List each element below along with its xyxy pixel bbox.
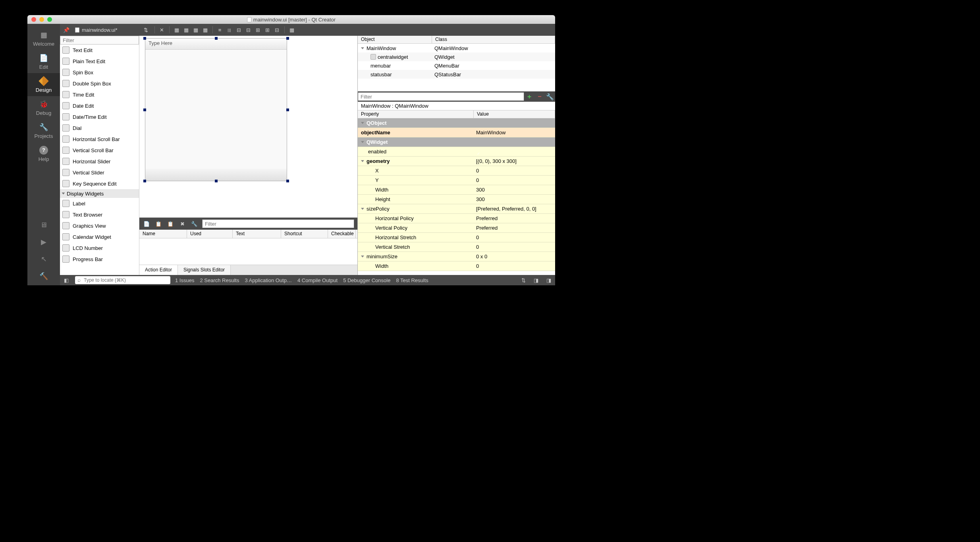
resize-handle[interactable] — [143, 180, 146, 182]
mode-help[interactable]: ?Help — [27, 142, 60, 165]
form-central-widget[interactable] — [145, 50, 287, 169]
layout-form-icon[interactable]: ⊞ — [264, 26, 272, 34]
tab-signals-slots-editor[interactable]: Signals Slots Editor — [178, 265, 231, 275]
resize-handle[interactable] — [215, 180, 218, 182]
property-row[interactable]: QObject — [358, 118, 555, 128]
property-value[interactable]: 0 — [474, 263, 555, 269]
widget-item[interactable]: Key Sequence Edit — [60, 178, 139, 189]
kit-monitor[interactable]: 🖥 — [27, 217, 60, 234]
action-col[interactable]: Name — [139, 230, 187, 238]
property-filter-input[interactable] — [358, 92, 524, 101]
widget-item[interactable]: Progress Bar — [60, 254, 139, 265]
resize-handle[interactable] — [286, 37, 289, 40]
kit-cursor[interactable]: ↖ — [27, 251, 60, 268]
layout-grid-icon[interactable]: ⊞ — [254, 26, 262, 34]
property-value[interactable]: 0 x 0 — [474, 254, 555, 259]
chevron-updown-icon[interactable]: ⇅ — [519, 276, 527, 284]
property-value[interactable]: Preferred — [474, 215, 555, 221]
property-value[interactable]: [(0, 0), 300 x 300] — [474, 158, 555, 164]
output-tab[interactable]: 2 Search Results — [200, 277, 239, 283]
object-row[interactable]: menubarQMenuBar — [358, 61, 555, 70]
property-editor[interactable]: QObjectobjectNameMainWindowQWidgetenable… — [358, 118, 555, 275]
property-row[interactable]: X0 — [358, 166, 555, 176]
property-row[interactable]: objectNameMainWindow — [358, 128, 555, 137]
layout-h-icon[interactable]: ≡ — [216, 26, 224, 34]
col-class[interactable]: Class — [432, 36, 555, 43]
object-row[interactable]: statusbarQStatusBar — [358, 70, 555, 79]
object-row[interactable]: MainWindowQMainWindow — [358, 44, 555, 52]
col-object[interactable]: Object — [358, 36, 432, 43]
toggle-left-icon[interactable]: ◧ — [62, 276, 70, 284]
widget-item[interactable]: Graphics View — [60, 220, 139, 231]
widget-item[interactable]: Plain Text Edit — [60, 56, 139, 67]
property-row[interactable]: minimumSize0 x 0 — [358, 252, 555, 261]
delete-action-icon[interactable]: ✖ — [178, 220, 186, 228]
output-tab[interactable]: 5 Debugger Console — [343, 277, 390, 283]
property-value[interactable]: Preferred — [474, 225, 555, 231]
widget-item[interactable]: Vertical Scroll Bar — [60, 145, 139, 156]
layout-hs-icon[interactable]: ⊟ — [235, 26, 243, 34]
mode-projects[interactable]: 🔧Projects — [27, 119, 60, 142]
form-menubar[interactable]: Type Here — [145, 39, 287, 50]
widget-item[interactable]: Date Edit — [60, 100, 139, 111]
widget-item[interactable]: Calendar Widget — [60, 231, 139, 242]
output-tab[interactable]: 8 Test Results — [396, 277, 428, 283]
form-statusbar[interactable] — [145, 169, 287, 181]
property-row[interactable]: sizePolicy[Preferred, Preferred, 0, 0] — [358, 204, 555, 214]
pin-icon[interactable]: 📌 — [62, 26, 70, 34]
property-value[interactable]: 0 — [474, 177, 555, 183]
widget-filter-input[interactable] — [60, 36, 139, 45]
layout-vs-icon[interactable]: ⊟ — [245, 26, 253, 34]
break-layout-icon[interactable]: ⊟ — [273, 26, 281, 34]
property-value[interactable]: 0 — [474, 244, 555, 250]
remove-property-icon[interactable]: − — [534, 91, 545, 102]
widget-item[interactable]: LCD Number — [60, 242, 139, 254]
config-property-icon[interactable]: 🔧 — [545, 91, 555, 102]
widget-item[interactable]: Time Edit — [60, 89, 139, 100]
edit-buddies-icon[interactable]: ▦ — [192, 26, 200, 34]
toggle-bottom-icon[interactable]: ◨ — [545, 276, 553, 284]
widget-item[interactable]: Label — [60, 198, 139, 209]
property-value[interactable]: 300 — [474, 196, 555, 202]
widget-item[interactable]: Double Spin Box — [60, 78, 139, 89]
output-tab[interactable]: 3 Application Outp… — [245, 277, 292, 283]
action-table-body[interactable] — [139, 238, 357, 265]
edit-signals-icon[interactable]: ▦ — [182, 26, 190, 34]
open-file-selector[interactable]: mainwindow.ui* ⇅ — [72, 27, 151, 33]
property-row[interactable]: Width300 — [358, 185, 555, 195]
adjust-size-icon[interactable]: ▦ — [288, 26, 296, 34]
property-row[interactable]: Horizontal Stretch0 — [358, 233, 555, 242]
tab-action-editor[interactable]: Action Editor — [139, 265, 178, 275]
widget-item[interactable]: Text Edit — [60, 45, 139, 56]
layout-v-icon[interactable]: ⫼ — [226, 26, 233, 34]
property-row[interactable]: Height300 — [358, 195, 555, 204]
kit-hammer[interactable]: 🔨 — [27, 268, 60, 285]
add-property-icon[interactable]: ＋ — [524, 91, 534, 102]
object-inspector[interactable]: MainWindowQMainWindowcentralwidgetQWidge… — [358, 44, 555, 91]
edit-widgets-icon[interactable]: ▦ — [173, 26, 181, 34]
locator-input[interactable] — [75, 276, 170, 284]
resize-handle[interactable] — [286, 180, 289, 182]
new-action-icon[interactable]: 📄 — [143, 220, 150, 228]
property-value[interactable]: 0 — [474, 168, 555, 174]
mode-design[interactable]: Design — [27, 73, 60, 96]
main-window-form[interactable]: Type Here — [145, 38, 287, 181]
minimize-icon[interactable] — [39, 17, 44, 22]
mode-edit[interactable]: 📄Edit — [27, 50, 60, 73]
widget-item[interactable]: Horizontal Slider — [60, 156, 139, 167]
mode-welcome[interactable]: ▦Welcome — [27, 27, 60, 50]
action-filter-input[interactable] — [202, 219, 354, 228]
widget-item[interactable]: Dial — [60, 122, 139, 134]
property-row[interactable]: enabled — [358, 147, 555, 157]
kit-play[interactable]: ▶ — [27, 234, 60, 251]
resize-handle[interactable] — [143, 37, 146, 40]
close-icon[interactable] — [31, 17, 36, 22]
widget-item[interactable]: Horizontal Scroll Bar — [60, 134, 139, 145]
widget-item[interactable]: Text Browser — [60, 209, 139, 220]
resize-handle[interactable] — [215, 37, 218, 40]
output-tab[interactable]: 4 Compile Output — [297, 277, 338, 283]
config-action-icon[interactable]: 🔧 — [190, 220, 198, 228]
property-row[interactable]: Horizontal PolicyPreferred — [358, 214, 555, 223]
col-property[interactable]: Property — [358, 110, 474, 118]
property-row[interactable]: Vertical Stretch0 — [358, 242, 555, 252]
